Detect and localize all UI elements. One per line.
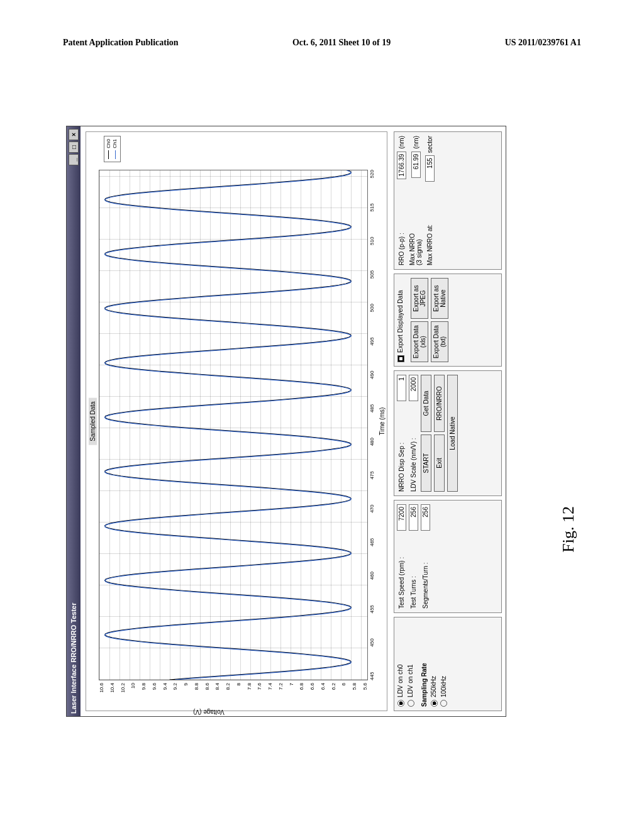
test-speed-label: Test Speed (rpm) : bbox=[398, 533, 405, 609]
nrro-sep-label: NRRO Disp Sep : bbox=[398, 404, 405, 492]
x-axis-label: Time (ms) bbox=[379, 407, 386, 436]
rro-pp-value: 1766.39 bbox=[397, 152, 406, 179]
waveform bbox=[99, 170, 367, 680]
max-nrro-at-label: Max NRRO at: bbox=[426, 184, 433, 265]
panel-results: RRO (p-p) : 1766.39 (nm) Max NRRO (3 sig… bbox=[394, 131, 502, 270]
max-nrro-at-value: 155 bbox=[425, 155, 435, 182]
y-axis-ticks: 10.610.410.2109.89.69.49.298.88.68.48.28… bbox=[99, 683, 368, 702]
legend-ch0: Ch0 bbox=[106, 139, 111, 148]
panel-display: NRRO Disp Sep : 1 LDV Scale (nm/V) : 200… bbox=[394, 370, 502, 496]
get-data-button[interactable]: Get Data bbox=[421, 375, 431, 432]
rro-nrro-button[interactable]: RRO/NRRO bbox=[434, 375, 445, 432]
figure-caption: Fig. 12 bbox=[559, 506, 578, 553]
radio-rate-250[interactable]: 250kHz bbox=[430, 621, 438, 707]
export-displayed-check[interactable]: Export Displayed Data bbox=[397, 278, 404, 362]
radio-ldv-ch1[interactable]: LDV on ch1 bbox=[407, 621, 414, 707]
panel-test: Test Speed (rpm) : 7200 Test Turns : 256… bbox=[394, 500, 502, 613]
export-native-button[interactable]: Export as Native bbox=[431, 278, 448, 319]
ldv-scale-value[interactable]: 2000 bbox=[409, 375, 418, 401]
max-nrro-at-unit: sector bbox=[426, 136, 433, 153]
segments-label: Segments/Turn : bbox=[422, 533, 429, 609]
test-turns-value[interactable]: 256 bbox=[409, 504, 418, 531]
window-title: Laser Interface RRO/NRRO Tester bbox=[70, 603, 77, 714]
legend: Ch0 Ch1 bbox=[104, 136, 121, 162]
panel-ldv: LDV on ch0 LDV on ch1 Sampling Rate 250k… bbox=[394, 617, 502, 711]
titlebar: Laser Interface RRO/NRRO Tester _ □ × bbox=[67, 126, 80, 716]
panel-export: Export Displayed Data Export Data (xls) … bbox=[394, 274, 502, 367]
ldv-scale-label: LDV Scale (nm/V) : bbox=[410, 404, 417, 492]
close-icon[interactable]: × bbox=[69, 129, 79, 140]
test-speed-value[interactable]: 7200 bbox=[397, 504, 406, 531]
maximize-icon[interactable]: □ bbox=[69, 141, 79, 153]
plot-canvas bbox=[99, 170, 368, 680]
rro-pp-label: RRO (p-p) : bbox=[398, 182, 405, 265]
export-jpeg-button[interactable]: Export as JPEG bbox=[411, 278, 428, 319]
controls: LDV on ch0 LDV on ch1 Sampling Rate 250k… bbox=[394, 131, 502, 711]
export-txt-button[interactable]: Export Data (txt) bbox=[431, 321, 448, 362]
nrro-sep-value[interactable]: 1 bbox=[397, 375, 406, 401]
y-axis-label: Voltage (V) bbox=[193, 709, 224, 716]
header-center: Oct. 6, 2011 Sheet 10 of 19 bbox=[292, 38, 391, 48]
exit-button[interactable]: Exit bbox=[434, 434, 445, 492]
plot-title: Sampled Data bbox=[89, 397, 97, 445]
plot-region: Sampled Data Voltage (V) Time (ms) 10.61… bbox=[86, 131, 387, 711]
legend-ch1: Ch1 bbox=[112, 139, 118, 148]
start-button[interactable]: START bbox=[421, 434, 431, 492]
max-nrro-value: 61.99 bbox=[411, 152, 421, 178]
header-right: US 2011/0239761 A1 bbox=[505, 38, 581, 48]
radio-rate-100[interactable]: 100kHz bbox=[440, 621, 448, 707]
sampling-rate-label: Sampling Rate bbox=[421, 621, 428, 707]
radio-ldv-ch0[interactable]: LDV on ch0 bbox=[397, 621, 404, 707]
max-nrro-unit: (nm) bbox=[413, 136, 419, 149]
page-header: Patent Application Publication Oct. 6, 2… bbox=[63, 38, 581, 48]
load-native-button[interactable]: Load Native bbox=[447, 375, 458, 492]
minimize-icon[interactable]: _ bbox=[69, 154, 79, 165]
export-xls-button[interactable]: Export Data (xls) bbox=[411, 321, 428, 362]
segments-value[interactable]: 256 bbox=[421, 504, 430, 531]
app-window: Laser Interface RRO/NRRO Tester _ □ × Sa… bbox=[66, 126, 506, 717]
test-turns-label: Test Turns : bbox=[410, 533, 417, 609]
max-nrro-label: Max NRRO (3 sigma) bbox=[409, 180, 423, 265]
header-left: Patent Application Publication bbox=[63, 38, 179, 48]
rro-pp-unit: (nm) bbox=[398, 136, 405, 149]
x-axis-ticks: 4454504554604654704754804854904955005055… bbox=[369, 170, 377, 680]
